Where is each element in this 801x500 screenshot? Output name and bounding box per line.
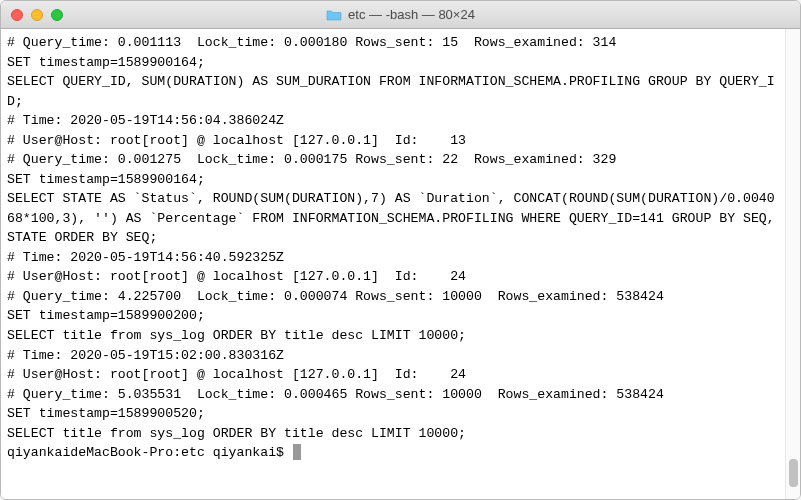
title-center: etc — -bash — 80×24 — [1, 7, 800, 22]
scrollbar[interactable] — [785, 29, 800, 499]
traffic-lights — [1, 9, 63, 21]
shell-prompt: qiyankaideMacBook-Pro:etc qiyankai$ — [7, 445, 292, 460]
scroll-thumb[interactable] — [789, 459, 798, 487]
terminal-window: etc — -bash — 80×24 # Query_time: 0.0011… — [0, 0, 801, 500]
close-button[interactable] — [11, 9, 23, 21]
cursor — [293, 444, 301, 460]
zoom-button[interactable] — [51, 9, 63, 21]
terminal-content[interactable]: # Query_time: 0.001113 Lock_time: 0.0001… — [1, 29, 785, 499]
terminal-body: # Query_time: 0.001113 Lock_time: 0.0001… — [1, 29, 800, 499]
minimize-button[interactable] — [31, 9, 43, 21]
folder-icon — [326, 9, 342, 21]
titlebar[interactable]: etc — -bash — 80×24 — [1, 1, 800, 29]
window-title: etc — -bash — 80×24 — [348, 7, 475, 22]
